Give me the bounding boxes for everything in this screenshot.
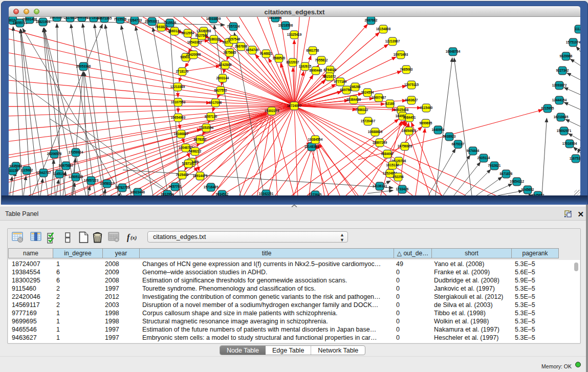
svg-text:8215955: 8215955 (541, 106, 554, 110)
svg-text:14055712: 14055712 (13, 21, 28, 25)
svg-text:2935114: 2935114 (477, 156, 490, 160)
svg-text:3875685: 3875685 (224, 51, 236, 54)
svg-text:17957223: 17957223 (84, 179, 99, 182)
svg-text:16543362: 16543362 (187, 40, 202, 44)
svg-text:8912954: 8912954 (182, 31, 194, 35)
svg-text:7986322: 7986322 (356, 108, 368, 112)
svg-text:1017006: 1017006 (209, 101, 222, 104)
svg-text:23420046: 23420046 (186, 53, 201, 56)
svg-text:10607487: 10607487 (372, 96, 386, 99)
svg-text:15148363: 15148363 (304, 145, 319, 148)
svg-text:9463627: 9463627 (405, 98, 418, 102)
svg-text:933159: 933159 (9, 169, 18, 172)
svg-text:12213967: 12213967 (385, 39, 400, 43)
svg-text:9777169: 9777169 (334, 80, 347, 83)
svg-text:17359924: 17359924 (69, 150, 83, 154)
svg-text:1733426: 1733426 (396, 187, 409, 191)
svg-text:12975115: 12975115 (404, 83, 419, 86)
svg-text:10958107: 10958107 (100, 182, 115, 185)
svg-text:20953311: 20953311 (145, 19, 160, 23)
svg-text:8990448: 8990448 (310, 69, 322, 72)
svg-text:11264733: 11264733 (127, 18, 142, 22)
svg-text:7515526: 7515526 (114, 17, 127, 21)
svg-text:1167533: 1167533 (570, 157, 580, 160)
svg-text:10973493: 10973493 (394, 53, 408, 56)
svg-text:12942737: 12942737 (36, 171, 51, 174)
svg-text:2867608: 2867608 (235, 45, 248, 48)
svg-text:9884067: 9884067 (381, 152, 394, 156)
svg-text:1640954: 1640954 (432, 128, 445, 132)
svg-text:11126: 11126 (574, 27, 580, 31)
svg-text:16210645: 16210645 (554, 115, 569, 119)
svg-text:19166827: 19166827 (174, 132, 189, 136)
svg-text:10671385: 10671385 (97, 17, 112, 20)
svg-text:7663822: 7663822 (155, 25, 168, 29)
svg-text:15720407: 15720407 (361, 119, 376, 123)
svg-text:1527602: 1527602 (64, 17, 77, 19)
svg-text:f: f (127, 233, 130, 242)
svg-text:8427552: 8427552 (214, 89, 227, 92)
svg-text:18724007: 18724007 (287, 104, 302, 107)
svg-text:7515526: 7515526 (164, 21, 177, 25)
svg-text:10654112: 10654112 (510, 180, 525, 183)
svg-text:5938923: 5938923 (443, 135, 456, 138)
svg-text:9329966: 9329966 (560, 54, 573, 58)
svg-text:19654923: 19654923 (402, 129, 417, 133)
svg-text:10688609: 10688609 (368, 130, 383, 134)
svg-text:7955812: 7955812 (315, 58, 328, 62)
svg-text:16033809: 16033809 (206, 17, 221, 20)
svg-text:90975887: 90975887 (59, 164, 74, 167)
svg-text:8186328: 8186328 (208, 37, 221, 41)
svg-text:12505135: 12505135 (69, 175, 83, 179)
svg-text:(x): (x) (130, 235, 137, 241)
svg-text:19218506: 19218506 (278, 24, 293, 27)
svg-text:20691406: 20691406 (23, 17, 37, 21)
svg-text:3267130: 3267130 (205, 115, 217, 118)
svg-text:8813054: 8813054 (269, 17, 282, 19)
svg-text:16154808: 16154808 (376, 27, 391, 31)
svg-text:252254: 252254 (393, 175, 404, 179)
svg-text:16782759: 16782759 (115, 186, 130, 189)
svg-text:9245652: 9245652 (521, 188, 534, 191)
svg-text:13325419: 13325419 (287, 33, 302, 36)
svg-text:9899695: 9899695 (420, 121, 432, 125)
svg-text:15716485: 15716485 (204, 185, 219, 189)
svg-text:15302275: 15302275 (265, 109, 279, 113)
svg-text:8878352: 8878352 (194, 138, 207, 141)
svg-text:9146821: 9146821 (260, 52, 273, 55)
svg-text:10653267: 10653267 (50, 17, 64, 19)
svg-text:10025438: 10025438 (394, 108, 409, 112)
svg-text:12213389: 12213389 (170, 85, 185, 89)
svg-text:12093872: 12093872 (552, 83, 567, 87)
svg-text:18807249: 18807249 (373, 141, 387, 144)
svg-text:16914479: 16914479 (193, 174, 208, 178)
svg-text:1588520: 1588520 (273, 56, 286, 60)
svg-text:10107553: 10107553 (171, 100, 186, 104)
svg-text:9474444: 9474444 (467, 149, 480, 152)
svg-text:17016504: 17016504 (562, 142, 577, 145)
svg-text:1162615: 1162615 (299, 64, 312, 68)
svg-text:7625402: 7625402 (176, 173, 189, 177)
svg-text:9227342: 9227342 (556, 69, 569, 72)
svg-text:6879197: 6879197 (452, 142, 465, 146)
svg-text:8454749: 8454749 (246, 48, 259, 52)
svg-text:8471876: 8471876 (500, 172, 513, 176)
svg-text:2718170: 2718170 (176, 70, 189, 73)
svg-text:1145194: 1145194 (53, 172, 66, 176)
svg-text:9084451: 9084451 (403, 116, 416, 119)
svg-text:8322037: 8322037 (287, 60, 299, 64)
svg-text:19756928: 19756928 (398, 144, 412, 148)
svg-text:11353594: 11353594 (199, 126, 214, 129)
svg-text:1115682: 1115682 (20, 168, 33, 172)
svg-text:18821904: 18821904 (36, 20, 51, 24)
svg-text:746266: 746266 (350, 85, 361, 89)
svg-text:9457791: 9457791 (169, 185, 182, 188)
svg-text:9327503: 9327503 (195, 34, 208, 37)
svg-text:10342251: 10342251 (259, 192, 274, 195)
svg-text:10654983: 10654983 (171, 116, 186, 119)
svg-text:11923446: 11923446 (130, 190, 145, 194)
svg-text:14136141: 14136141 (373, 184, 387, 188)
svg-text:7357224: 7357224 (227, 25, 240, 28)
svg-text:15751074: 15751074 (566, 40, 580, 44)
svg-text:5498222: 5498222 (189, 149, 202, 153)
